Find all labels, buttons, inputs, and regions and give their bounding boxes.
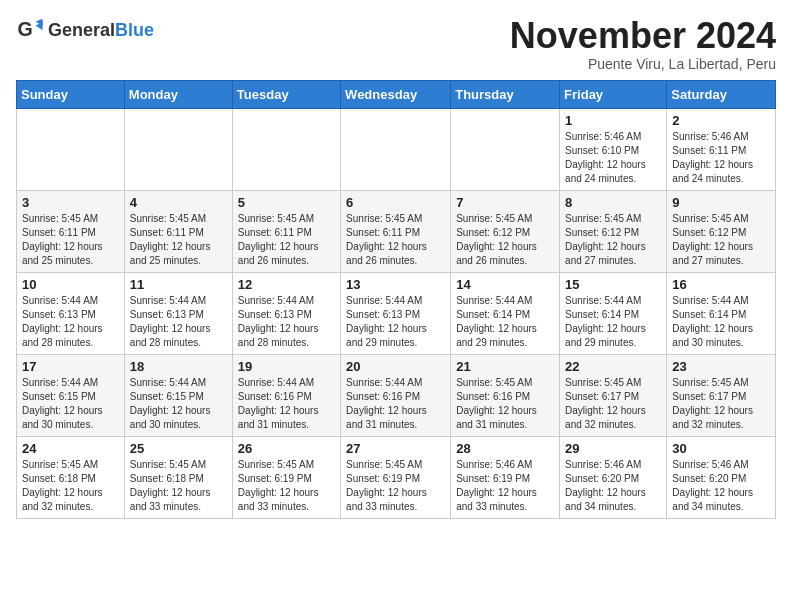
calendar-body: 1Sunrise: 5:46 AM Sunset: 6:10 PM Daylig… bbox=[17, 108, 776, 518]
day-number: 13 bbox=[346, 277, 445, 292]
day-number: 10 bbox=[22, 277, 119, 292]
calendar-cell: 23Sunrise: 5:45 AM Sunset: 6:17 PM Dayli… bbox=[667, 354, 776, 436]
day-info: Sunrise: 5:44 AM Sunset: 6:14 PM Dayligh… bbox=[456, 294, 554, 350]
calendar-cell: 18Sunrise: 5:44 AM Sunset: 6:15 PM Dayli… bbox=[124, 354, 232, 436]
week-row-3: 10Sunrise: 5:44 AM Sunset: 6:13 PM Dayli… bbox=[17, 272, 776, 354]
day-info: Sunrise: 5:44 AM Sunset: 6:13 PM Dayligh… bbox=[130, 294, 227, 350]
calendar-cell: 27Sunrise: 5:45 AM Sunset: 6:19 PM Dayli… bbox=[341, 436, 451, 518]
calendar-cell: 20Sunrise: 5:44 AM Sunset: 6:16 PM Dayli… bbox=[341, 354, 451, 436]
day-info: Sunrise: 5:44 AM Sunset: 6:13 PM Dayligh… bbox=[22, 294, 119, 350]
calendar-cell bbox=[124, 108, 232, 190]
day-info: Sunrise: 5:46 AM Sunset: 6:20 PM Dayligh… bbox=[672, 458, 770, 514]
calendar-cell: 5Sunrise: 5:45 AM Sunset: 6:11 PM Daylig… bbox=[232, 190, 340, 272]
day-number: 19 bbox=[238, 359, 335, 374]
day-number: 4 bbox=[130, 195, 227, 210]
calendar-cell bbox=[451, 108, 560, 190]
day-info: Sunrise: 5:44 AM Sunset: 6:13 PM Dayligh… bbox=[238, 294, 335, 350]
calendar-cell bbox=[17, 108, 125, 190]
day-number: 17 bbox=[22, 359, 119, 374]
calendar-cell: 1Sunrise: 5:46 AM Sunset: 6:10 PM Daylig… bbox=[560, 108, 667, 190]
day-info: Sunrise: 5:46 AM Sunset: 6:11 PM Dayligh… bbox=[672, 130, 770, 186]
day-number: 28 bbox=[456, 441, 554, 456]
day-number: 5 bbox=[238, 195, 335, 210]
day-info: Sunrise: 5:44 AM Sunset: 6:13 PM Dayligh… bbox=[346, 294, 445, 350]
calendar-cell: 9Sunrise: 5:45 AM Sunset: 6:12 PM Daylig… bbox=[667, 190, 776, 272]
day-info: Sunrise: 5:44 AM Sunset: 6:15 PM Dayligh… bbox=[22, 376, 119, 432]
calendar-cell: 26Sunrise: 5:45 AM Sunset: 6:19 PM Dayli… bbox=[232, 436, 340, 518]
day-info: Sunrise: 5:45 AM Sunset: 6:12 PM Dayligh… bbox=[565, 212, 661, 268]
day-number: 26 bbox=[238, 441, 335, 456]
day-number: 24 bbox=[22, 441, 119, 456]
week-row-1: 1Sunrise: 5:46 AM Sunset: 6:10 PM Daylig… bbox=[17, 108, 776, 190]
weekday-header-saturday: Saturday bbox=[667, 80, 776, 108]
day-number: 7 bbox=[456, 195, 554, 210]
day-number: 20 bbox=[346, 359, 445, 374]
weekday-header-sunday: Sunday bbox=[17, 80, 125, 108]
day-number: 2 bbox=[672, 113, 770, 128]
logo-blue: Blue bbox=[115, 20, 154, 41]
calendar-cell: 21Sunrise: 5:45 AM Sunset: 6:16 PM Dayli… bbox=[451, 354, 560, 436]
day-info: Sunrise: 5:45 AM Sunset: 6:18 PM Dayligh… bbox=[130, 458, 227, 514]
day-number: 30 bbox=[672, 441, 770, 456]
month-title: November 2024 bbox=[510, 16, 776, 56]
calendar-cell: 14Sunrise: 5:44 AM Sunset: 6:14 PM Dayli… bbox=[451, 272, 560, 354]
logo: G General Blue bbox=[16, 16, 154, 44]
weekday-header-friday: Friday bbox=[560, 80, 667, 108]
day-number: 16 bbox=[672, 277, 770, 292]
day-info: Sunrise: 5:44 AM Sunset: 6:16 PM Dayligh… bbox=[346, 376, 445, 432]
calendar-cell: 3Sunrise: 5:45 AM Sunset: 6:11 PM Daylig… bbox=[17, 190, 125, 272]
day-info: Sunrise: 5:45 AM Sunset: 6:16 PM Dayligh… bbox=[456, 376, 554, 432]
day-number: 25 bbox=[130, 441, 227, 456]
calendar-cell: 17Sunrise: 5:44 AM Sunset: 6:15 PM Dayli… bbox=[17, 354, 125, 436]
svg-text:G: G bbox=[17, 18, 32, 40]
calendar-cell: 7Sunrise: 5:45 AM Sunset: 6:12 PM Daylig… bbox=[451, 190, 560, 272]
day-info: Sunrise: 5:45 AM Sunset: 6:12 PM Dayligh… bbox=[672, 212, 770, 268]
calendar-cell: 25Sunrise: 5:45 AM Sunset: 6:18 PM Dayli… bbox=[124, 436, 232, 518]
day-number: 14 bbox=[456, 277, 554, 292]
day-info: Sunrise: 5:44 AM Sunset: 6:15 PM Dayligh… bbox=[130, 376, 227, 432]
calendar-cell: 2Sunrise: 5:46 AM Sunset: 6:11 PM Daylig… bbox=[667, 108, 776, 190]
weekday-header-wednesday: Wednesday bbox=[341, 80, 451, 108]
calendar-cell: 6Sunrise: 5:45 AM Sunset: 6:11 PM Daylig… bbox=[341, 190, 451, 272]
calendar-cell: 12Sunrise: 5:44 AM Sunset: 6:13 PM Dayli… bbox=[232, 272, 340, 354]
weekday-header-tuesday: Tuesday bbox=[232, 80, 340, 108]
calendar-cell: 22Sunrise: 5:45 AM Sunset: 6:17 PM Dayli… bbox=[560, 354, 667, 436]
calendar-cell: 4Sunrise: 5:45 AM Sunset: 6:11 PM Daylig… bbox=[124, 190, 232, 272]
day-info: Sunrise: 5:44 AM Sunset: 6:16 PM Dayligh… bbox=[238, 376, 335, 432]
calendar-cell bbox=[232, 108, 340, 190]
logo-icon: G bbox=[16, 16, 44, 44]
day-number: 18 bbox=[130, 359, 227, 374]
day-info: Sunrise: 5:45 AM Sunset: 6:11 PM Dayligh… bbox=[130, 212, 227, 268]
day-number: 15 bbox=[565, 277, 661, 292]
calendar-cell: 11Sunrise: 5:44 AM Sunset: 6:13 PM Dayli… bbox=[124, 272, 232, 354]
calendar-cell: 16Sunrise: 5:44 AM Sunset: 6:14 PM Dayli… bbox=[667, 272, 776, 354]
day-info: Sunrise: 5:45 AM Sunset: 6:19 PM Dayligh… bbox=[238, 458, 335, 514]
day-info: Sunrise: 5:46 AM Sunset: 6:10 PM Dayligh… bbox=[565, 130, 661, 186]
weekday-header-row: SundayMondayTuesdayWednesdayThursdayFrid… bbox=[17, 80, 776, 108]
logo-general: General bbox=[48, 20, 115, 41]
calendar-cell: 24Sunrise: 5:45 AM Sunset: 6:18 PM Dayli… bbox=[17, 436, 125, 518]
calendar-cell bbox=[341, 108, 451, 190]
calendar-cell: 29Sunrise: 5:46 AM Sunset: 6:20 PM Dayli… bbox=[560, 436, 667, 518]
day-number: 1 bbox=[565, 113, 661, 128]
day-number: 8 bbox=[565, 195, 661, 210]
calendar-cell: 30Sunrise: 5:46 AM Sunset: 6:20 PM Dayli… bbox=[667, 436, 776, 518]
day-number: 9 bbox=[672, 195, 770, 210]
day-info: Sunrise: 5:45 AM Sunset: 6:11 PM Dayligh… bbox=[22, 212, 119, 268]
day-info: Sunrise: 5:45 AM Sunset: 6:11 PM Dayligh… bbox=[346, 212, 445, 268]
day-info: Sunrise: 5:45 AM Sunset: 6:19 PM Dayligh… bbox=[346, 458, 445, 514]
calendar-cell: 10Sunrise: 5:44 AM Sunset: 6:13 PM Dayli… bbox=[17, 272, 125, 354]
week-row-4: 17Sunrise: 5:44 AM Sunset: 6:15 PM Dayli… bbox=[17, 354, 776, 436]
weekday-header-monday: Monday bbox=[124, 80, 232, 108]
day-number: 11 bbox=[130, 277, 227, 292]
calendar-cell: 28Sunrise: 5:46 AM Sunset: 6:19 PM Dayli… bbox=[451, 436, 560, 518]
calendar-cell: 13Sunrise: 5:44 AM Sunset: 6:13 PM Dayli… bbox=[341, 272, 451, 354]
week-row-5: 24Sunrise: 5:45 AM Sunset: 6:18 PM Dayli… bbox=[17, 436, 776, 518]
day-number: 3 bbox=[22, 195, 119, 210]
day-info: Sunrise: 5:45 AM Sunset: 6:11 PM Dayligh… bbox=[238, 212, 335, 268]
day-info: Sunrise: 5:45 AM Sunset: 6:18 PM Dayligh… bbox=[22, 458, 119, 514]
day-info: Sunrise: 5:46 AM Sunset: 6:19 PM Dayligh… bbox=[456, 458, 554, 514]
day-info: Sunrise: 5:44 AM Sunset: 6:14 PM Dayligh… bbox=[565, 294, 661, 350]
day-number: 29 bbox=[565, 441, 661, 456]
day-number: 12 bbox=[238, 277, 335, 292]
